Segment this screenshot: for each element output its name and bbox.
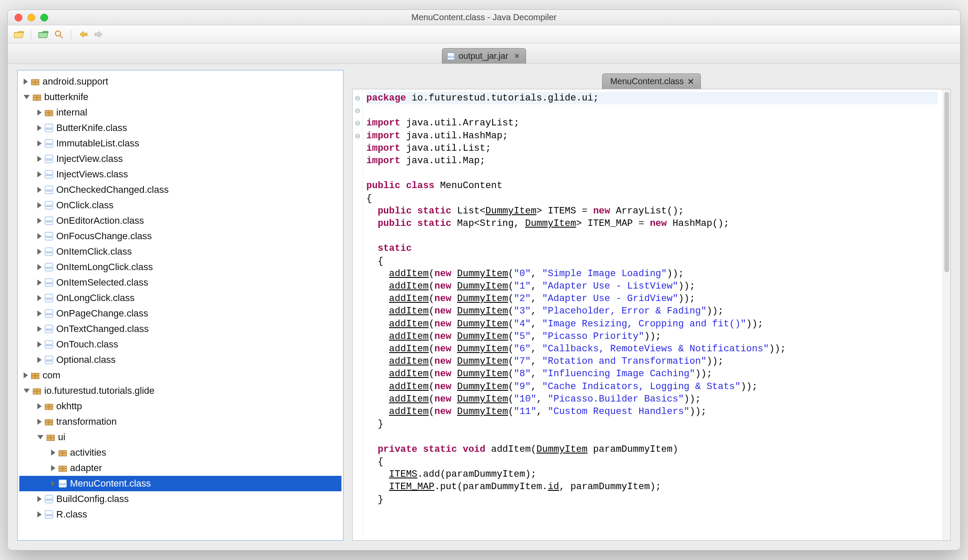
class-file-icon: 010 bbox=[44, 154, 54, 164]
chevron-right-icon[interactable] bbox=[24, 79, 28, 85]
chevron-right-icon[interactable] bbox=[37, 326, 42, 332]
nav-forward-button[interactable] bbox=[93, 28, 105, 40]
tree-item-label: io.futurestud.tutorials.glide bbox=[44, 385, 155, 396]
editor: ⊖⊖⊖⊖ package io.futurestud.tutorials.gli… bbox=[352, 89, 951, 541]
chevron-down-icon[interactable] bbox=[37, 435, 43, 439]
tree-item-label: okhttp bbox=[56, 401, 82, 412]
content-area: android.supportbutterknifeinternal010But… bbox=[8, 64, 960, 550]
chevron-right-icon[interactable] bbox=[37, 511, 42, 517]
scrollbar-thumb[interactable] bbox=[944, 92, 949, 272]
tree-item[interactable]: butterknife bbox=[19, 89, 341, 105]
tree-item[interactable]: 010BuildConfig.class bbox=[19, 491, 341, 507]
search-button[interactable] bbox=[53, 28, 65, 40]
tree-item[interactable]: transformation bbox=[19, 414, 341, 429]
tree-item[interactable]: 010OnClick.class bbox=[19, 198, 341, 213]
tree-item[interactable]: 010InjectViews.class bbox=[19, 167, 341, 182]
tree-item[interactable]: 010OnTextChanged.class bbox=[19, 321, 341, 337]
tree-item[interactable]: adapter bbox=[19, 460, 341, 476]
tree-item[interactable]: 010OnFocusChange.class bbox=[19, 228, 341, 244]
chevron-right-icon[interactable] bbox=[37, 357, 42, 363]
chevron-right-icon[interactable] bbox=[37, 419, 42, 425]
tree-item[interactable]: android.support bbox=[19, 74, 341, 89]
chevron-right-icon[interactable] bbox=[37, 496, 42, 502]
tree-item[interactable]: 010OnItemClick.class bbox=[19, 244, 341, 259]
chevron-right-icon[interactable] bbox=[37, 156, 42, 162]
tree-item[interactable]: 010OnPageChange.class bbox=[19, 306, 341, 321]
open-file-button[interactable] bbox=[13, 28, 25, 40]
open-type-button[interactable] bbox=[37, 28, 49, 40]
package-icon bbox=[30, 371, 40, 380]
tree-item[interactable]: 010MenuContent.class bbox=[19, 476, 341, 491]
vertical-scrollbar[interactable] bbox=[943, 89, 950, 540]
tree-item[interactable]: 010OnTouch.class bbox=[19, 337, 341, 352]
tree-item[interactable]: internal bbox=[19, 105, 341, 120]
chevron-right-icon[interactable] bbox=[37, 310, 42, 317]
chevron-right-icon[interactable] bbox=[37, 202, 42, 208]
svg-text:010: 010 bbox=[46, 204, 52, 208]
package-icon bbox=[32, 92, 42, 102]
tree-item-label: Optional.class bbox=[56, 354, 116, 365]
tree-item[interactable]: 010ImmutableList.class bbox=[19, 136, 341, 151]
tree-item[interactable]: 010InjectView.class bbox=[19, 151, 341, 167]
chevron-right-icon[interactable] bbox=[37, 140, 42, 146]
tree-item[interactable]: okhttp bbox=[19, 399, 341, 414]
tree-item[interactable]: com bbox=[19, 368, 341, 383]
tree-item-label: internal bbox=[56, 107, 87, 118]
chevron-right-icon[interactable] bbox=[37, 187, 42, 193]
svg-text:010: 010 bbox=[46, 142, 52, 146]
fold-gutter[interactable]: ⊖⊖⊖⊖ bbox=[353, 89, 363, 540]
chevron-right-icon[interactable] bbox=[37, 280, 42, 286]
tree-item[interactable]: 010ButterKnife.class bbox=[19, 120, 341, 136]
nav-back-button[interactable] bbox=[77, 28, 89, 40]
package-tree[interactable]: android.supportbutterknifeinternal010But… bbox=[17, 70, 344, 541]
tree-item[interactable]: 010OnEditorAction.class bbox=[19, 213, 341, 228]
chevron-right-icon[interactable] bbox=[51, 450, 55, 456]
tree-item[interactable]: 010OnItemSelected.class bbox=[19, 275, 341, 290]
tree-item[interactable]: io.futurestud.tutorials.glide bbox=[19, 383, 341, 399]
chevron-right-icon[interactable] bbox=[37, 249, 42, 255]
tree-item[interactable]: 010OnLongClick.class bbox=[19, 290, 341, 306]
svg-text:010: 010 bbox=[46, 312, 52, 316]
package-icon bbox=[44, 402, 54, 411]
package-icon bbox=[58, 463, 67, 473]
tree-item-label: OnLongClick.class bbox=[56, 292, 134, 304]
chevron-right-icon[interactable] bbox=[37, 341, 42, 347]
chevron-right-icon[interactable] bbox=[37, 218, 42, 224]
chevron-right-icon[interactable] bbox=[37, 171, 42, 177]
chevron-right-icon[interactable] bbox=[37, 110, 42, 116]
tree-item[interactable]: ui bbox=[19, 429, 341, 445]
svg-text:010: 010 bbox=[46, 173, 52, 177]
tree-item[interactable]: 010R.class bbox=[19, 507, 341, 522]
chevron-right-icon[interactable] bbox=[37, 125, 42, 131]
class-file-icon: 010 bbox=[44, 278, 54, 287]
chevron-down-icon[interactable] bbox=[24, 389, 30, 393]
tree-item[interactable]: activities bbox=[19, 445, 341, 460]
project-tab[interactable]: 010 output_jar.jar ✕ bbox=[442, 48, 527, 64]
chevron-right-icon[interactable] bbox=[51, 481, 55, 487]
class-file-icon: 010 bbox=[44, 170, 54, 179]
chevron-right-icon[interactable] bbox=[37, 295, 42, 301]
svg-text:010: 010 bbox=[46, 328, 52, 332]
close-tab-icon[interactable]: ✕ bbox=[514, 52, 520, 60]
chevron-right-icon[interactable] bbox=[51, 465, 55, 471]
tree-item-label: butterknife bbox=[44, 91, 88, 103]
class-file-icon: 010 bbox=[58, 479, 67, 488]
close-editor-tab-icon[interactable]: ✕ bbox=[687, 76, 694, 87]
chevron-right-icon[interactable] bbox=[37, 233, 42, 239]
svg-text:010: 010 bbox=[46, 498, 52, 502]
editor-tab[interactable]: 010 MenuContent.class ✕ bbox=[602, 73, 701, 89]
chevron-right-icon[interactable] bbox=[37, 403, 42, 409]
chevron-down-icon[interactable] bbox=[24, 95, 30, 99]
package-icon bbox=[30, 77, 40, 86]
class-file-icon: 010 bbox=[44, 340, 54, 349]
tree-item[interactable]: 010OnItemLongClick.class bbox=[19, 259, 341, 275]
tree-item[interactable]: 010OnCheckedChanged.class bbox=[19, 182, 341, 198]
tree-item-label: OnPageChange.class bbox=[56, 308, 148, 319]
svg-text:010: 010 bbox=[46, 281, 52, 285]
chevron-right-icon[interactable] bbox=[37, 264, 42, 270]
tree-item-label: OnCheckedChanged.class bbox=[56, 184, 169, 195]
source-code[interactable]: package io.futurestud.tutorials.glide.ui… bbox=[363, 89, 943, 540]
chevron-right-icon[interactable] bbox=[24, 372, 28, 378]
tree-item[interactable]: 010Optional.class bbox=[19, 352, 341, 368]
window-title: MenuContent.class - Java Decompiler bbox=[8, 12, 960, 22]
